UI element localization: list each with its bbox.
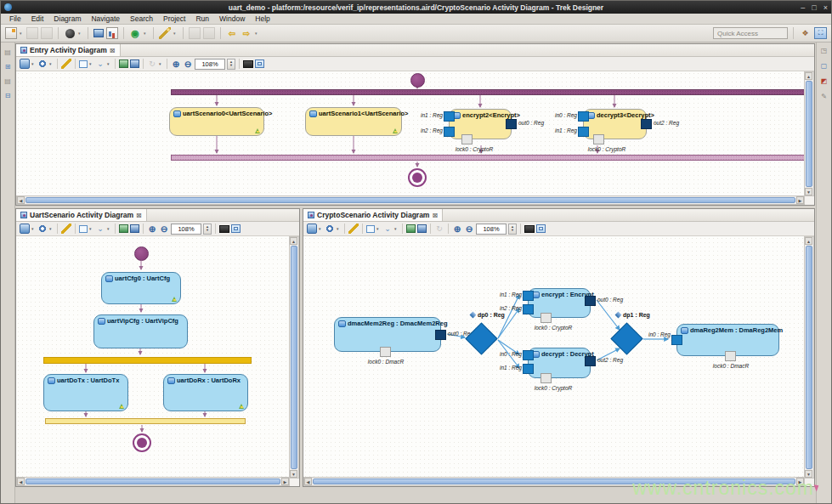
scroll-up-icon[interactable]: ▲ <box>805 237 812 245</box>
debug-icon[interactable] <box>189 27 201 39</box>
refresh-wand-icon[interactable] <box>348 224 359 234</box>
menu-edit[interactable]: Edit <box>26 14 49 23</box>
zoom-in-icon[interactable]: ⊕ <box>171 59 181 69</box>
fork-bar[interactable] <box>43 357 252 364</box>
zoom-out-icon[interactable]: ⊖ <box>159 224 169 234</box>
new-wizard-icon[interactable] <box>5 27 17 39</box>
new-dropdown-icon[interactable]: ▾ <box>20 31 24 36</box>
pin-lock0[interactable] <box>593 134 604 144</box>
pin-in0[interactable] <box>523 350 534 360</box>
outline-view-icon[interactable]: ▤ <box>3 76 13 86</box>
run-icon[interactable]: ◉ <box>129 27 141 39</box>
shape-tool-icon[interactable] <box>79 60 88 68</box>
node-encrypt[interactable]: encrypt : Encrypt in1 : Reg in2 : Reg ou… <box>528 288 591 318</box>
save-all-icon[interactable] <box>41 27 53 39</box>
arrange-icon[interactable] <box>37 59 48 69</box>
select-tool-icon[interactable] <box>20 59 30 69</box>
close-button[interactable]: × <box>824 3 828 12</box>
print-icon[interactable] <box>130 59 139 68</box>
tab-cryptoscenario-activity-diagram[interactable]: CryptoScenario Activity Diagram ⊠ <box>303 209 443 221</box>
node-uartVipCfg[interactable]: uartVipCfg : UartVipCfg <box>93 314 188 348</box>
generate-dropdown-icon[interactable]: ▾ <box>173 31 178 36</box>
pin-lock0[interactable] <box>380 347 391 357</box>
pin-in2[interactable] <box>444 127 455 137</box>
node-decrypt3[interactable]: decrypt3<Decrypt> in0 : Reg in1 : Reg ou… <box>583 109 647 139</box>
crypto-canvas[interactable]: dmacMem2Reg : DmacMem2Reg out0 : Reg loc… <box>303 236 805 479</box>
tab-close-icon[interactable]: ⊠ <box>136 212 142 219</box>
scroll-left-icon[interactable]: ◀ <box>304 478 312 485</box>
connector-dropdown-icon[interactable]: ▾ <box>394 226 399 231</box>
quick-access-input[interactable]: Quick Access <box>713 27 788 39</box>
refresh-wand-icon[interactable] <box>61 59 71 69</box>
connector-tool-icon[interactable]: ⌄ <box>95 224 105 234</box>
scroll-up-icon[interactable]: ▲ <box>805 72 812 80</box>
menu-search[interactable]: Search <box>125 14 158 23</box>
connector-tool-icon[interactable]: ⌄ <box>95 59 105 69</box>
node-uartDoRx[interactable]: uartDoRx : UartDoRx <box>163 374 248 411</box>
final-node[interactable] <box>408 168 427 187</box>
refresh-wand-icon[interactable] <box>61 224 71 234</box>
menu-project[interactable]: Project <box>158 14 190 23</box>
maximize-button[interactable]: □ <box>812 3 816 12</box>
select-tool-icon[interactable] <box>307 224 317 234</box>
trek-dropdown-icon[interactable]: ▾ <box>78 31 82 36</box>
arrange-icon[interactable] <box>37 224 48 234</box>
arrange-dropdown-icon[interactable]: ▾ <box>49 61 54 66</box>
shape-dropdown-icon[interactable]: ▾ <box>89 61 93 66</box>
scroll-right-icon[interactable]: ▶ <box>281 478 289 485</box>
final-node[interactable] <box>133 433 151 452</box>
crypto-vertical-scrollbar[interactable]: ▲ ▼ <box>804 236 814 479</box>
export-image-icon[interactable] <box>406 224 416 233</box>
arrange-icon[interactable] <box>325 224 335 234</box>
join-bar[interactable] <box>45 418 246 424</box>
zoom-level-input[interactable]: 108% <box>171 224 201 235</box>
tab-close-icon[interactable]: ⊠ <box>432 212 438 219</box>
zoom-spinner[interactable]: ▲▼ <box>203 224 212 235</box>
console-icon[interactable] <box>93 29 104 37</box>
snapshot-icon[interactable] <box>524 225 535 233</box>
open-perspective-icon[interactable]: ❖ <box>799 27 812 39</box>
node-uartScenario1[interactable]: uartScenario1<UartScenario> <box>305 107 402 136</box>
fork-bar[interactable] <box>171 89 805 95</box>
forward-dropdown-icon[interactable]: ▾ <box>255 31 259 36</box>
pin-in0[interactable] <box>671 335 682 345</box>
refresh-icon[interactable]: ↻ <box>147 59 157 69</box>
snapshot-icon[interactable] <box>243 60 253 68</box>
pin-lock0[interactable] <box>725 351 736 361</box>
pin-in0[interactable] <box>578 111 589 122</box>
tab-close-icon[interactable]: ⊠ <box>110 47 116 54</box>
uart-horizontal-scrollbar[interactable]: ◀ ▶ <box>16 477 290 486</box>
initial-node[interactable] <box>134 246 149 261</box>
pin-lock0[interactable] <box>541 373 552 383</box>
entry-horizontal-scrollbar[interactable]: ◀ ▶ <box>16 195 805 205</box>
zoom-in-icon[interactable]: ⊕ <box>452 224 462 234</box>
print-icon[interactable] <box>417 224 427 233</box>
export-image-icon[interactable] <box>119 59 128 68</box>
pin-in2[interactable] <box>523 304 534 314</box>
refresh-dropdown-icon[interactable]: ▾ <box>159 61 163 66</box>
menu-file[interactable]: File <box>4 14 26 23</box>
back-icon[interactable]: ⇦ <box>226 27 238 39</box>
entry-canvas[interactable]: uartScenario0<UartScenario> uartScenario… <box>16 71 805 196</box>
connector-dropdown-icon[interactable]: ▾ <box>107 226 111 231</box>
zoom-in-icon[interactable]: ⊕ <box>147 224 157 234</box>
export-image-icon[interactable] <box>119 224 128 233</box>
scroll-left-icon[interactable]: ◀ <box>17 478 25 485</box>
connector-dropdown-icon[interactable]: ▾ <box>107 61 111 66</box>
grid-icon[interactable] <box>536 224 546 233</box>
scroll-down-icon[interactable]: ▼ <box>805 188 812 195</box>
coverage-icon[interactable] <box>106 27 118 39</box>
minimize-button[interactable]: – <box>801 3 805 12</box>
pin-out2[interactable] <box>585 356 596 366</box>
views-icon[interactable]: ⊟ <box>3 91 13 100</box>
shape-tool-icon[interactable] <box>366 225 375 233</box>
menu-run[interactable]: Run <box>190 14 214 23</box>
outline-icon[interactable]: ▢ <box>819 61 829 71</box>
pin-out2[interactable] <box>641 119 652 129</box>
trek-icon[interactable] <box>65 29 75 38</box>
uart-vertical-scrollbar[interactable]: ▲ ▼ <box>289 236 299 479</box>
scroll-left-icon[interactable]: ◀ <box>17 196 25 204</box>
refresh-icon[interactable]: ↻ <box>434 224 444 234</box>
problems-view-icon[interactable]: ◩ <box>819 76 829 86</box>
pin-in1[interactable] <box>523 364 534 374</box>
